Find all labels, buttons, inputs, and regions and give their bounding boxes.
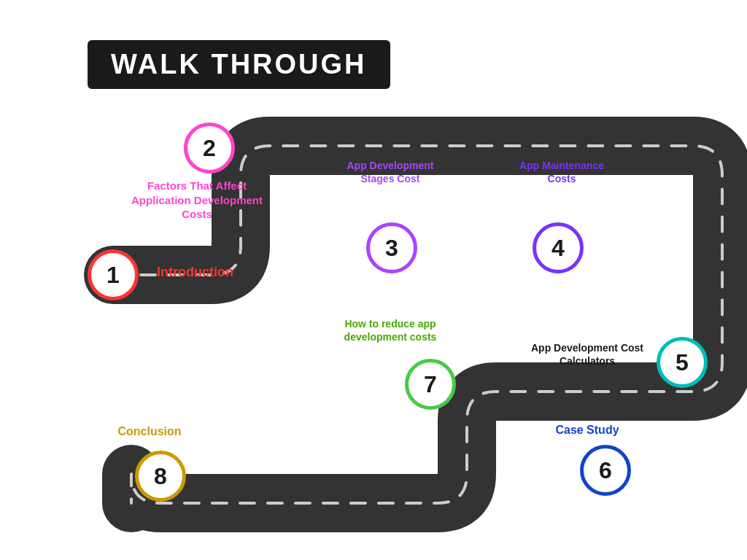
page-title: WALK THROUGH xyxy=(111,49,367,79)
step-6-circle: 6 xyxy=(580,445,631,496)
step-3-label: App Development Stages Cost xyxy=(343,159,438,185)
step-2-circle: 2 xyxy=(184,122,235,174)
step-8-circle: 8 xyxy=(135,451,186,502)
step-7-circle: 7 xyxy=(405,359,456,410)
step-4-circle: 4 xyxy=(533,222,584,273)
step-3-circle: 3 xyxy=(366,222,417,273)
step-1-circle: 1 xyxy=(88,249,139,300)
step-5-circle: 5 xyxy=(657,337,708,388)
step-4-label: App Maintenance Costs xyxy=(514,159,609,185)
step-6-label: Case Study xyxy=(543,423,631,438)
step-7-label: How to reduce app development costs xyxy=(332,317,449,343)
step-1-label: Introduction xyxy=(157,264,233,281)
step-8-label: Conclusion xyxy=(109,424,190,440)
step-5-label: App Development Cost Calculators xyxy=(525,341,649,368)
step-2-label: Factors That Affect Application Developm… xyxy=(128,179,266,222)
title-box: WALK THROUGH xyxy=(88,40,390,89)
